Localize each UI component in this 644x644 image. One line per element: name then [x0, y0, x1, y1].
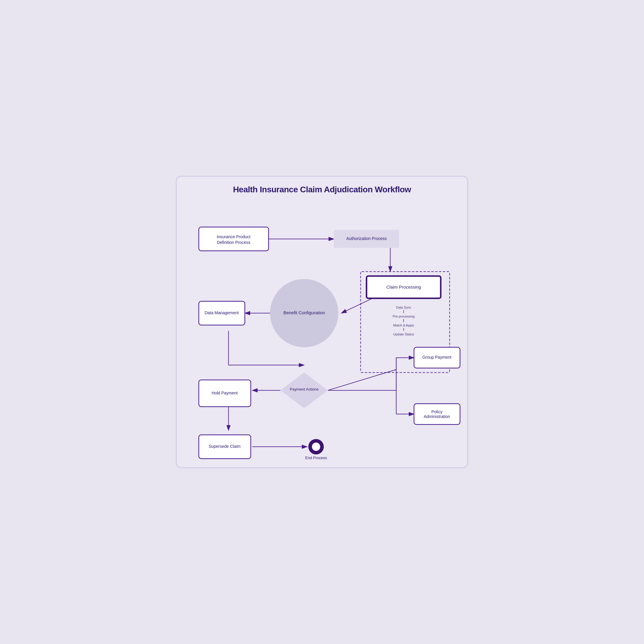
benefit-config-label: Benefit Configuration: [284, 310, 325, 315]
data-management-label: Data Management: [205, 310, 239, 315]
hold-payment-label: Hold Payment: [212, 391, 238, 395]
diagram-container: Health Insurance Claim Adjudication Work…: [176, 176, 468, 468]
group-payment-label: Group Payment: [422, 355, 452, 360]
arrow-claim-to-benefit: [341, 298, 373, 313]
policy-admin-label1: Policy: [431, 409, 442, 414]
end-process-inner-circle: [312, 442, 320, 451]
pre-processing-label: Pre-processing: [393, 315, 415, 318]
end-process-label: End Process: [305, 456, 327, 460]
insurance-product-label2: Definition Process: [217, 240, 250, 245]
claim-processing-label: Claim Processing: [386, 284, 421, 290]
match-apply-label: Match & Apply: [393, 323, 414, 327]
payment-actions-label: Payment Actions: [290, 387, 318, 391]
update-status-label: Update Status: [393, 332, 414, 336]
authorization-label: Authorization Process: [346, 236, 387, 241]
supersede-claim-label: Supersede Claim: [209, 444, 241, 449]
data-sync-label: Data Sync: [396, 306, 411, 309]
policy-admin-label2: Administration: [424, 414, 450, 419]
insurance-product-label: Insurance Product: [217, 234, 250, 239]
diagram-title: Health Insurance Claim Adjudication Work…: [177, 177, 467, 197]
